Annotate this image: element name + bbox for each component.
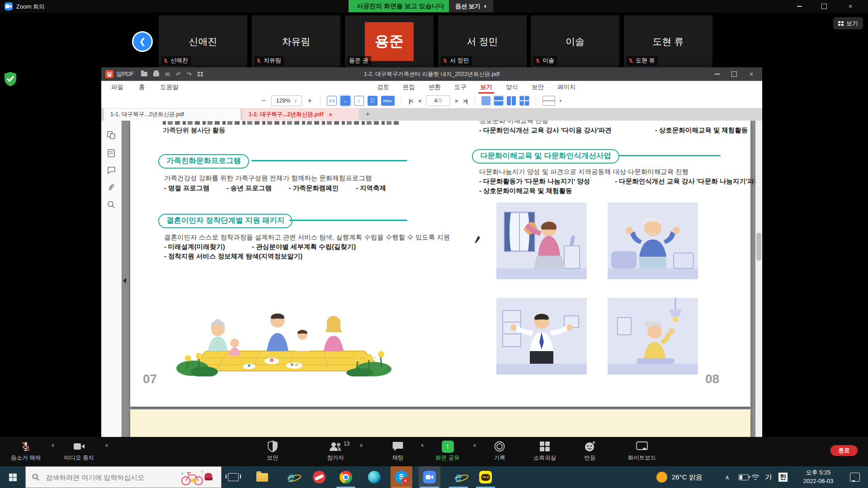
stop-video-button[interactable]: 비디오 중지	[57, 440, 101, 464]
menu-file[interactable]: 파일	[110, 83, 124, 91]
taskbar-search[interactable]	[25, 466, 222, 488]
apps-icon[interactable]	[198, 72, 203, 76]
menu-security[interactable]: 보안	[531, 83, 545, 91]
zoom-level-select[interactable]: 128%∨	[271, 95, 302, 106]
close-button[interactable]: ×	[840, 0, 861, 13]
edge-button[interactable]	[363, 466, 385, 488]
skype-button[interactable]: S×	[391, 466, 412, 488]
search-panel-icon[interactable]	[107, 200, 116, 209]
new-tab-button[interactable]: +	[366, 110, 370, 117]
pdf-maximize-button[interactable]	[725, 67, 743, 81]
next-page-button[interactable]: >	[454, 98, 459, 104]
share-options-chevron[interactable]: ∧	[473, 442, 476, 448]
prev-page-button[interactable]: <	[417, 98, 422, 104]
maximize-button[interactable]	[814, 0, 835, 13]
record-button[interactable]: 기록	[478, 440, 521, 464]
thumbnails-panel-icon[interactable]	[107, 131, 116, 140]
layout-options-button[interactable]	[542, 96, 555, 106]
antivirus-button[interactable]	[308, 466, 330, 488]
video-options-chevron[interactable]: ∧	[105, 442, 108, 448]
chat-button[interactable]: 채팅	[376, 440, 420, 464]
fullscreen-button[interactable]: FULL	[381, 96, 395, 106]
redo-icon[interactable]: ↷	[187, 71, 192, 78]
menu-review[interactable]: 검토	[376, 83, 390, 91]
vertical-scrollbar[interactable]	[755, 121, 762, 437]
participant-tile[interactable]: 이솔 이솔	[531, 15, 619, 67]
network-tray-icon[interactable]	[751, 466, 760, 488]
participant-tile[interactable]: 서 정민 서 정민	[438, 15, 527, 67]
menu-forms[interactable]: 양식	[505, 83, 519, 91]
weather-tray-item[interactable]: 26°C 맑음	[656, 466, 703, 488]
first-page-button[interactable]: |<	[408, 98, 414, 104]
participants-options-chevron[interactable]: ∧	[359, 442, 363, 448]
menu-edit[interactable]: 편집	[402, 83, 416, 91]
menu-help[interactable]: 도움말	[160, 83, 180, 91]
document-tab[interactable]: 1-1. 대구북구...2년최신판.pdf	[104, 108, 241, 121]
reactions-button[interactable]: 반응	[568, 440, 612, 464]
minimize-button[interactable]	[789, 0, 810, 13]
zoom-app-button[interactable]	[419, 466, 440, 488]
start-button[interactable]	[0, 466, 25, 488]
last-page-button[interactable]: >|	[462, 98, 468, 104]
file-explorer-button[interactable]	[251, 466, 273, 488]
pdf-minimize-button[interactable]	[708, 67, 726, 81]
action-center-button[interactable]	[850, 466, 860, 488]
scrollbar-thumb[interactable]	[756, 233, 761, 261]
share-screen-button[interactable]: ↑ 화면 공유	[426, 440, 469, 464]
fit-page-button[interactable]: ⛶	[368, 96, 377, 106]
open-file-icon[interactable]	[141, 72, 147, 76]
participant-tile[interactable]: 용준 용준 권	[345, 15, 434, 67]
participant-tile[interactable]: 도현 류 도현 류	[624, 15, 712, 67]
end-meeting-button[interactable]: 종료	[830, 445, 858, 456]
document-tab-active[interactable]: 1-2. 대구북구...2년최신판.pdf ×	[242, 108, 359, 121]
two-page-view-button[interactable]	[507, 96, 516, 105]
single-page-view-button[interactable]	[481, 96, 491, 105]
view-options-button[interactable]: 옵션 보기∨	[449, 0, 493, 12]
participant-tile[interactable]: 차유림 차유림	[252, 15, 340, 67]
chrome-button[interactable]	[335, 466, 357, 488]
internet-explorer-2-button[interactable]: e	[448, 466, 469, 488]
menu-tools[interactable]: 도구	[453, 83, 467, 91]
menu-pages[interactable]: 페이지	[557, 83, 577, 91]
actual-size-button[interactable]: 1:1	[327, 96, 337, 106]
bookmarks-panel-icon[interactable]	[107, 149, 116, 158]
ime-language-indicator[interactable]: 한	[778, 466, 788, 488]
print-icon[interactable]	[153, 72, 159, 76]
pdf-titlebar[interactable]: 알 알PDF ✉ ↶ ↷ 1-2. 대구북구가족센터 리플렛 내지_2022년최…	[101, 67, 762, 81]
task-view-button[interactable]	[222, 466, 244, 488]
fit-height-button[interactable]: ↕	[354, 96, 364, 106]
continuous-view-button[interactable]	[494, 96, 503, 105]
fit-width-button[interactable]: ↔	[340, 96, 350, 106]
page-number-input[interactable]: 4/9	[426, 95, 450, 106]
kakaotalk-button[interactable]: TALK	[475, 466, 496, 488]
menu-convert[interactable]: 변환	[428, 83, 442, 91]
search-input[interactable]	[45, 473, 178, 482]
tab-close-icon[interactable]: ×	[329, 111, 332, 118]
battery-tray-icon[interactable]	[739, 466, 749, 488]
menu-view[interactable]: 보기	[479, 83, 493, 91]
security-button[interactable]: 보안	[251, 440, 294, 464]
participants-button[interactable]: 참가자 13	[314, 440, 357, 464]
zoom-out-button[interactable]: −	[259, 96, 268, 105]
undo-icon[interactable]: ↶	[176, 71, 181, 78]
unmute-button[interactable]: 음소거 해제	[4, 440, 47, 464]
pdf-close-button[interactable]: ×	[742, 67, 760, 81]
participant-tile[interactable]: 신애진 신애진	[159, 15, 247, 67]
zoom-in-button[interactable]: +	[306, 96, 314, 105]
breakout-rooms-button[interactable]: 소회의실	[523, 440, 566, 464]
ime-mode-indicator[interactable]: 가	[765, 466, 772, 488]
mail-icon[interactable]: ✉	[165, 71, 170, 78]
internet-explorer-button[interactable]: e	[280, 466, 302, 488]
chat-options-chevron[interactable]: ∧	[420, 442, 424, 448]
grid-view-button[interactable]	[519, 96, 529, 106]
mic-options-chevron[interactable]: ∧	[51, 442, 55, 448]
clock-tray-item[interactable]: 오후 5:252022-06-03	[797, 466, 840, 488]
collapse-strip-button[interactable]: ❮	[132, 31, 153, 52]
show-hidden-icons[interactable]: ∧	[725, 466, 730, 488]
comments-panel-icon[interactable]	[107, 166, 116, 175]
gallery-view-button[interactable]: 보기	[833, 17, 863, 29]
whiteboard-button[interactable]: 화이트보드	[617, 440, 667, 464]
collapse-sidebar-arrow[interactable]	[123, 278, 126, 283]
attachments-panel-icon[interactable]	[107, 183, 116, 192]
menu-home[interactable]: 홈	[138, 83, 146, 91]
